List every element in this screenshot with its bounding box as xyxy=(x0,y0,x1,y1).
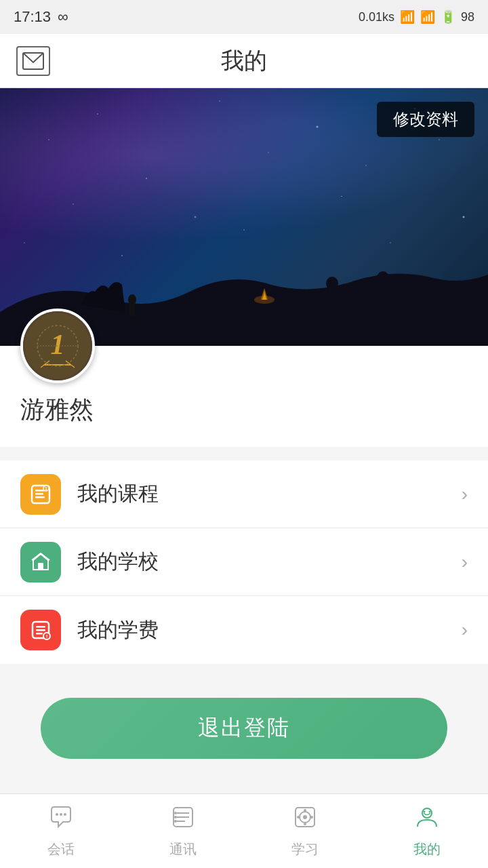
svg-rect-31 xyxy=(36,629,45,631)
svg-point-43 xyxy=(174,816,177,818)
signal-icon: 📶 xyxy=(400,9,415,24)
avatar: 1 xyxy=(20,309,95,383)
svg-rect-2 xyxy=(129,304,135,316)
status-signal: 0.01ks xyxy=(359,10,394,24)
logout-button[interactable]: 退出登陆 xyxy=(41,698,447,759)
username: 游雅然 xyxy=(20,395,94,423)
study-icon xyxy=(292,804,318,836)
page-title: 我的 xyxy=(221,45,267,77)
banner: 修改资料 xyxy=(0,88,488,346)
tab-contacts[interactable]: 通讯 xyxy=(122,794,244,868)
svg-point-8 xyxy=(326,277,338,290)
menu-section: 1 我的课程 › 我的学校 › ! 我的 xyxy=(0,460,488,664)
svg-point-48 xyxy=(304,823,306,825)
svg-point-54 xyxy=(429,810,431,812)
status-left: 17:13 ∞ xyxy=(14,8,68,26)
svg-rect-30 xyxy=(36,626,45,628)
tuition-icon: ! xyxy=(20,610,61,650)
svg-rect-14 xyxy=(422,288,432,306)
mine-icon xyxy=(414,804,440,836)
mail-icon[interactable] xyxy=(16,46,50,76)
school-label: 我的学校 xyxy=(77,548,462,576)
status-bar: 17:13 ∞ 0.01ks 📶 📶 🔋 98 xyxy=(0,0,488,34)
svg-text:!: ! xyxy=(46,633,48,639)
svg-point-1 xyxy=(128,294,136,305)
course-arrow: › xyxy=(462,484,468,505)
course-label: 我的课程 xyxy=(77,480,462,508)
svg-rect-11 xyxy=(378,283,388,304)
chat-label: 会话 xyxy=(47,840,75,859)
svg-rect-4 xyxy=(201,300,213,311)
svg-point-6 xyxy=(241,284,254,299)
chat-icon xyxy=(48,804,74,836)
svg-point-13 xyxy=(422,277,432,290)
menu-item-tuition[interactable]: ! 我的学费 › xyxy=(0,596,488,664)
school-icon xyxy=(20,542,61,583)
edit-profile-button[interactable]: 修改资料 xyxy=(377,102,474,137)
contacts-label: 通讯 xyxy=(169,840,197,859)
battery-level: 98 xyxy=(461,10,474,24)
profile-section: 1 游雅然 xyxy=(0,346,488,447)
svg-point-3 xyxy=(201,288,213,302)
avatar-inner: 1 xyxy=(23,311,92,380)
svg-text:1: 1 xyxy=(45,486,47,491)
course-icon: 1 xyxy=(20,474,61,515)
svg-point-42 xyxy=(174,812,177,814)
svg-rect-28 xyxy=(38,563,43,570)
svg-text:1: 1 xyxy=(51,329,65,360)
wifi-icon: 📶 xyxy=(420,9,435,24)
menu-item-course[interactable]: 1 我的课程 › xyxy=(0,460,488,528)
svg-point-37 xyxy=(64,813,66,816)
svg-rect-24 xyxy=(35,493,43,495)
contacts-icon xyxy=(170,804,196,836)
svg-point-53 xyxy=(424,810,426,812)
svg-point-49 xyxy=(297,816,300,818)
svg-point-47 xyxy=(304,809,306,812)
svg-point-50 xyxy=(310,816,313,818)
tab-mine[interactable]: 我的 xyxy=(366,794,488,868)
tab-chat[interactable]: 会话 xyxy=(0,794,122,868)
logout-section: 退出登陆 xyxy=(0,664,488,793)
svg-rect-7 xyxy=(241,298,254,310)
status-time: 17:13 xyxy=(14,8,51,26)
tuition-label: 我的学费 xyxy=(77,616,462,644)
top-nav: 我的 xyxy=(0,34,488,88)
school-arrow: › xyxy=(462,551,468,573)
bottom-tab-bar: 会话 通讯 xyxy=(0,793,488,868)
mine-label: 我的 xyxy=(413,840,441,859)
svg-point-35 xyxy=(56,813,58,816)
battery-icon: 🔋 xyxy=(441,9,455,24)
svg-rect-9 xyxy=(327,289,338,309)
study-label: 学习 xyxy=(291,840,319,859)
svg-rect-32 xyxy=(36,633,43,635)
tuition-arrow: › xyxy=(462,619,468,641)
status-right: 0.01ks 📶 📶 🔋 98 xyxy=(359,9,474,24)
svg-rect-25 xyxy=(35,496,45,498)
status-infinity: ∞ xyxy=(58,8,68,26)
menu-item-school[interactable]: 我的学校 › xyxy=(0,528,488,596)
svg-point-51 xyxy=(303,815,307,819)
svg-point-44 xyxy=(174,820,177,823)
tab-study[interactable]: 学习 xyxy=(244,794,366,868)
svg-point-36 xyxy=(60,813,62,816)
